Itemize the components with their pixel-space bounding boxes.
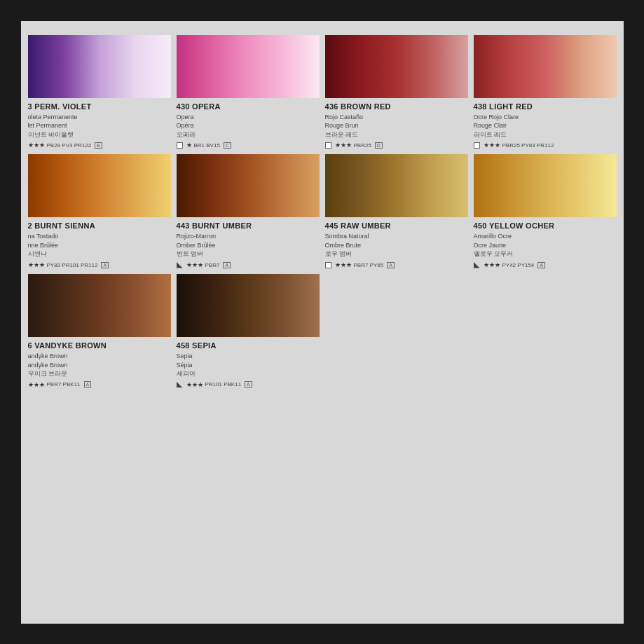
color-alt-names-brown-red: Rojo CastañoRouge Brun브라운 레드: [325, 113, 468, 139]
color-swatch-yellow-ocher: [474, 154, 617, 217]
color-swatch-brown-red: [325, 35, 468, 98]
color-card-opera: 430 OPERAOperaOpéra오페라★BR1 BV15C: [177, 35, 320, 149]
empty-card: [325, 274, 468, 388]
color-card-sepia: 458 SEPIASepiaSépia세피아★★★PR101 PBK11A: [177, 274, 320, 388]
color-meta-raw-umber: ★★★PBR7 PY65A: [325, 261, 468, 268]
color-card-vandyke-brown: 6 VANDYKE BROWNandyke Brownandyke Brown우…: [28, 274, 171, 388]
series-badge-raw-umber: A: [387, 262, 395, 268]
pigment-opera: BR1 BV15: [194, 142, 220, 149]
fill-flag-icon: [474, 262, 480, 268]
color-swatch-sepia: [177, 274, 320, 337]
checkbox-icon: [474, 142, 480, 149]
color-card-perm-violet: 3 PERM. VIOLEToleta Permanentelet Perman…: [28, 35, 171, 149]
pigment-vandyke-brown: PBR7 PBK11: [47, 381, 81, 388]
series-badge-burnt-sienna: A: [101, 262, 109, 268]
main-container: 3 PERM. VIOLEToleta Permanentelet Perman…: [21, 21, 624, 624]
empty-card: [474, 274, 617, 388]
color-alt-names-yellow-ocher: Amarillo OcreOcre Jaune옐로우 오무커: [474, 232, 617, 259]
color-swatch-light-red: [474, 35, 617, 98]
pigment-brown-red: PBR25: [354, 142, 371, 149]
series-badge-sepia: A: [245, 381, 252, 388]
color-name-opera: 430 OPERA: [177, 102, 320, 111]
color-card-burnt-umber: 443 BURNT UMBERRojizo-MarronOmber Brûlée…: [177, 154, 320, 268]
color-swatch-opera: [177, 35, 320, 98]
color-meta-yellow-ocher: ★★★PY42 PY154A: [474, 261, 617, 268]
color-name-burnt-sienna: 2 BURNT SIENNA: [28, 221, 171, 230]
series-badge-vandyke-brown: A: [84, 381, 92, 388]
color-swatch-raw-umber: [325, 154, 468, 217]
checkbox-icon: [325, 262, 331, 268]
stars-raw-umber: ★★★: [335, 261, 352, 268]
color-alt-names-burnt-sienna: na Tostadonne Brûlée시엔나: [28, 232, 171, 259]
color-meta-burnt-umber: ★★★PBR7A: [177, 261, 320, 268]
color-meta-light-red: ★★★PBR25 PY83 PR112: [474, 142, 617, 149]
pigment-perm-violet: PB29 PV3 PR122: [47, 142, 92, 149]
color-swatch-perm-violet: [28, 35, 171, 98]
color-alt-names-perm-violet: oleta Permanentelet Permanent이넌트 바이올렛: [28, 113, 171, 139]
color-card-light-red: 438 LIGHT REDOcre Rojo ClareRouge Clair라…: [474, 35, 617, 149]
color-alt-names-opera: OperaOpéra오페라: [177, 113, 320, 139]
color-meta-burnt-sienna: ★★★PY83 PR101 PR112A: [28, 261, 171, 268]
color-meta-opera: ★BR1 BV15C: [177, 142, 320, 149]
color-card-burnt-sienna: 2 BURNT SIENNAna Tostadonne Brûlée시엔나★★★…: [28, 154, 171, 268]
color-swatch-burnt-umber: [177, 154, 320, 217]
series-badge-burnt-umber: A: [223, 262, 231, 268]
color-name-raw-umber: 445 RAW UMBER: [325, 221, 468, 230]
series-badge-brown-red: D: [375, 142, 383, 149]
color-card-brown-red: 436 BROWN REDRojo CastañoRouge Brun브라운 레…: [325, 35, 468, 149]
color-card-yellow-ocher: 450 YELLOW OCHERAmarillo OcreOcre Jaune옐…: [474, 154, 617, 268]
color-alt-names-burnt-umber: Rojizo-MarronOmber Brûlée번트 엄버: [177, 232, 320, 259]
stars-vandyke-brown: ★★★: [28, 381, 45, 388]
stars-sepia: ★★★: [186, 381, 203, 388]
color-swatch-burnt-sienna: [28, 154, 171, 217]
color-name-vandyke-brown: 6 VANDYKE BROWN: [28, 341, 171, 350]
stars-yellow-ocher: ★★★: [484, 261, 500, 268]
series-badge-yellow-ocher: A: [537, 262, 545, 268]
pigment-burnt-umber: PBR7: [205, 262, 220, 268]
pigment-raw-umber: PBR7 PY65: [354, 262, 384, 268]
pigment-sepia: PR101 PBK11: [205, 381, 242, 388]
color-name-light-red: 438 LIGHT RED: [474, 102, 617, 111]
stars-burnt-umber: ★★★: [186, 261, 203, 268]
stars-light-red: ★★★: [484, 142, 500, 149]
color-name-sepia: 458 SEPIA: [177, 341, 320, 350]
color-name-brown-red: 436 BROWN RED: [325, 102, 468, 111]
color-name-burnt-umber: 443 BURNT UMBER: [177, 221, 320, 230]
color-meta-brown-red: ★★★PBR25D: [325, 142, 468, 149]
color-swatch-vandyke-brown: [28, 274, 171, 337]
color-grid-row1: 3 PERM. VIOLEToleta Permanentelet Perman…: [28, 35, 617, 149]
color-alt-names-light-red: Ocre Rojo ClareRouge Clair라이트 레드: [474, 113, 617, 139]
stars-perm-violet: ★★★: [28, 142, 45, 149]
stars-burnt-sienna: ★★★: [28, 261, 45, 268]
color-grid-row2: 2 BURNT SIENNAna Tostadonne Brûlée시엔나★★★…: [28, 154, 617, 268]
color-name-perm-violet: 3 PERM. VIOLET: [28, 102, 171, 111]
checkbox-icon: [177, 142, 183, 149]
color-card-raw-umber: 445 RAW UMBERSombra NaturalOmbre Brute로우…: [325, 154, 468, 268]
fill-flag-icon: [177, 262, 183, 268]
fill-flag-icon: [177, 381, 183, 388]
color-alt-names-raw-umber: Sombra NaturalOmbre Brute로우 엄버: [325, 232, 468, 259]
color-grid-row3: 6 VANDYKE BROWNandyke Brownandyke Brown우…: [28, 274, 617, 388]
series-badge-opera: C: [224, 142, 231, 149]
pigment-light-red: PBR25 PY83 PR112: [502, 142, 554, 149]
pigment-burnt-sienna: PY83 PR101 PR112: [47, 262, 98, 268]
checkbox-icon: [325, 142, 331, 149]
pigment-yellow-ocher: PY42 PY154: [502, 262, 535, 268]
color-meta-perm-violet: ★★★PB29 PV3 PR122B: [28, 142, 171, 149]
stars-opera: ★: [186, 142, 192, 149]
color-alt-names-sepia: SepiaSépia세피아: [177, 352, 320, 378]
color-meta-vandyke-brown: ★★★PBR7 PBK11A: [28, 381, 171, 388]
color-name-yellow-ocher: 450 YELLOW OCHER: [474, 221, 617, 230]
color-alt-names-vandyke-brown: andyke Brownandyke Brown우이크 브라운: [28, 352, 171, 378]
stars-brown-red: ★★★: [335, 142, 352, 149]
series-badge-perm-violet: B: [95, 142, 102, 149]
color-meta-sepia: ★★★PR101 PBK11A: [177, 381, 320, 388]
